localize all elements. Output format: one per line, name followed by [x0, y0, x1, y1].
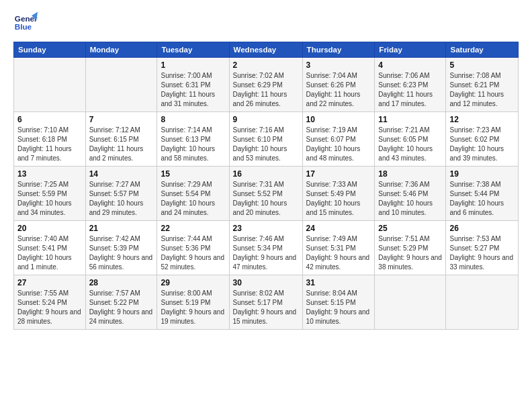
calendar-cell: 8Sunrise: 7:14 AM Sunset: 6:13 PM Daylig…	[157, 112, 229, 167]
day-info: Sunrise: 7:10 AM Sunset: 6:18 PM Dayligh…	[17, 126, 82, 163]
calendar-cell: 17Sunrise: 7:33 AM Sunset: 5:49 PM Dayli…	[302, 167, 375, 221]
day-number: 10	[306, 115, 371, 124]
day-info: Sunrise: 7:21 AM Sunset: 6:05 PM Dayligh…	[378, 126, 442, 163]
day-info: Sunrise: 7:31 AM Sunset: 5:52 PM Dayligh…	[233, 180, 299, 218]
day-info: Sunrise: 7:38 AM Sunset: 5:44 PM Dayligh…	[449, 180, 515, 218]
calendar-cell: 22Sunrise: 7:44 AM Sunset: 5:36 PM Dayli…	[157, 221, 229, 275]
calendar-cell: 29Sunrise: 8:00 AM Sunset: 5:19 PM Dayli…	[157, 275, 229, 330]
calendar-cell: 25Sunrise: 7:51 AM Sunset: 5:29 PM Dayli…	[375, 221, 446, 275]
calendar-cell: 30Sunrise: 8:02 AM Sunset: 5:17 PM Dayli…	[229, 275, 302, 330]
day-number: 30	[233, 278, 299, 287]
calendar-cell: 3Sunrise: 7:04 AM Sunset: 6:26 PM Daylig…	[302, 58, 375, 112]
day-number: 23	[233, 224, 299, 233]
day-info: Sunrise: 7:19 AM Sunset: 6:07 PM Dayligh…	[306, 126, 371, 163]
calendar-cell: 19Sunrise: 7:38 AM Sunset: 5:44 PM Dayli…	[446, 167, 519, 221]
day-number: 12	[449, 115, 515, 124]
day-info: Sunrise: 7:55 AM Sunset: 5:24 PM Dayligh…	[17, 289, 82, 326]
day-number: 20	[17, 224, 82, 233]
day-number: 11	[378, 115, 442, 124]
calendar-table: SundayMondayTuesdayWednesdayThursdayFrid…	[13, 42, 519, 330]
day-number: 31	[306, 278, 371, 287]
day-number: 29	[161, 278, 225, 287]
day-number: 27	[17, 278, 82, 287]
calendar-header-row: SundayMondayTuesdayWednesdayThursdayFrid…	[14, 42, 519, 58]
calendar-cell: 13Sunrise: 7:25 AM Sunset: 5:59 PM Dayli…	[14, 167, 86, 221]
calendar-cell: 27Sunrise: 7:55 AM Sunset: 5:24 PM Dayli…	[14, 275, 86, 330]
day-info: Sunrise: 7:14 AM Sunset: 6:13 PM Dayligh…	[161, 126, 225, 163]
day-info: Sunrise: 7:40 AM Sunset: 5:41 PM Dayligh…	[17, 234, 82, 272]
day-number: 17	[306, 169, 371, 179]
day-number: 5	[449, 60, 515, 70]
day-number: 18	[378, 169, 442, 179]
day-info: Sunrise: 7:02 AM Sunset: 6:29 PM Dayligh…	[233, 71, 299, 109]
calendar-cell: 6Sunrise: 7:10 AM Sunset: 6:18 PM Daylig…	[14, 112, 86, 167]
calendar-cell: 5Sunrise: 7:08 AM Sunset: 6:21 PM Daylig…	[446, 58, 519, 112]
calendar-cell: 28Sunrise: 7:57 AM Sunset: 5:22 PM Dayli…	[85, 275, 157, 330]
day-number: 25	[378, 224, 442, 233]
calendar-cell: 11Sunrise: 7:21 AM Sunset: 6:05 PM Dayli…	[375, 112, 446, 167]
day-number: 7	[89, 115, 154, 124]
day-number: 8	[161, 115, 225, 124]
day-info: Sunrise: 8:02 AM Sunset: 5:17 PM Dayligh…	[233, 289, 299, 326]
calendar-cell: 31Sunrise: 8:04 AM Sunset: 5:15 PM Dayli…	[302, 275, 375, 330]
calendar-cell: 20Sunrise: 7:40 AM Sunset: 5:41 PM Dayli…	[14, 221, 86, 275]
day-number: 26	[449, 224, 515, 233]
header: General Blue	[13, 11, 519, 35]
day-number: 3	[306, 60, 371, 70]
day-number: 4	[378, 60, 442, 70]
logo: General Blue	[13, 11, 38, 35]
calendar-cell	[85, 58, 157, 112]
day-number: 13	[17, 169, 82, 179]
calendar-cell: 16Sunrise: 7:31 AM Sunset: 5:52 PM Dayli…	[229, 167, 302, 221]
day-number: 19	[449, 169, 515, 179]
page: General Blue SundayMondayTuesdayWednesda…	[0, 0, 532, 411]
calendar-cell: 24Sunrise: 7:49 AM Sunset: 5:31 PM Dayli…	[302, 221, 375, 275]
calendar-cell: 18Sunrise: 7:36 AM Sunset: 5:46 PM Dayli…	[375, 167, 446, 221]
day-number: 14	[89, 169, 154, 179]
day-info: Sunrise: 7:06 AM Sunset: 6:23 PM Dayligh…	[378, 71, 442, 109]
header-saturday: Saturday	[446, 42, 519, 58]
day-number: 6	[17, 115, 82, 124]
week-row-2: 6Sunrise: 7:10 AM Sunset: 6:18 PM Daylig…	[14, 112, 519, 167]
calendar-cell: 12Sunrise: 7:23 AM Sunset: 6:02 PM Dayli…	[446, 112, 519, 167]
day-info: Sunrise: 7:16 AM Sunset: 6:10 PM Dayligh…	[233, 126, 299, 163]
calendar-cell: 21Sunrise: 7:42 AM Sunset: 5:39 PM Dayli…	[85, 221, 157, 275]
day-info: Sunrise: 7:36 AM Sunset: 5:46 PM Dayligh…	[378, 180, 442, 218]
header-wednesday: Wednesday	[229, 42, 302, 58]
day-info: Sunrise: 7:00 AM Sunset: 6:31 PM Dayligh…	[161, 71, 225, 109]
day-number: 1	[161, 60, 225, 70]
day-info: Sunrise: 7:44 AM Sunset: 5:36 PM Dayligh…	[161, 234, 225, 272]
day-number: 21	[89, 224, 154, 233]
day-info: Sunrise: 7:12 AM Sunset: 6:15 PM Dayligh…	[89, 126, 154, 163]
day-number: 24	[306, 224, 371, 233]
header-thursday: Thursday	[302, 42, 375, 58]
day-info: Sunrise: 7:49 AM Sunset: 5:31 PM Dayligh…	[306, 234, 371, 272]
calendar-cell: 15Sunrise: 7:29 AM Sunset: 5:54 PM Dayli…	[157, 167, 229, 221]
header-sunday: Sunday	[14, 42, 86, 58]
day-info: Sunrise: 8:04 AM Sunset: 5:15 PM Dayligh…	[306, 289, 371, 326]
calendar-cell: 10Sunrise: 7:19 AM Sunset: 6:07 PM Dayli…	[302, 112, 375, 167]
logo-icon: General Blue	[13, 11, 38, 35]
day-info: Sunrise: 7:57 AM Sunset: 5:22 PM Dayligh…	[89, 289, 154, 326]
day-number: 9	[233, 115, 299, 124]
day-info: Sunrise: 8:00 AM Sunset: 5:19 PM Dayligh…	[161, 289, 225, 326]
day-info: Sunrise: 7:27 AM Sunset: 5:57 PM Dayligh…	[89, 180, 154, 218]
day-info: Sunrise: 7:25 AM Sunset: 5:59 PM Dayligh…	[17, 180, 82, 218]
calendar-cell: 4Sunrise: 7:06 AM Sunset: 6:23 PM Daylig…	[375, 58, 446, 112]
day-number: 22	[161, 224, 225, 233]
header-monday: Monday	[85, 42, 157, 58]
day-info: Sunrise: 7:53 AM Sunset: 5:27 PM Dayligh…	[449, 234, 515, 272]
week-row-3: 13Sunrise: 7:25 AM Sunset: 5:59 PM Dayli…	[14, 167, 519, 221]
calendar-cell: 9Sunrise: 7:16 AM Sunset: 6:10 PM Daylig…	[229, 112, 302, 167]
calendar-cell	[14, 58, 86, 112]
day-number: 28	[89, 278, 154, 287]
day-info: Sunrise: 7:33 AM Sunset: 5:49 PM Dayligh…	[306, 180, 371, 218]
week-row-1: 1Sunrise: 7:00 AM Sunset: 6:31 PM Daylig…	[14, 58, 519, 112]
svg-text:Blue: Blue	[15, 22, 32, 31]
header-tuesday: Tuesday	[157, 42, 229, 58]
day-number: 16	[233, 169, 299, 179]
day-number: 2	[233, 60, 299, 70]
calendar-cell: 7Sunrise: 7:12 AM Sunset: 6:15 PM Daylig…	[85, 112, 157, 167]
day-info: Sunrise: 7:46 AM Sunset: 5:34 PM Dayligh…	[233, 234, 299, 272]
day-info: Sunrise: 7:51 AM Sunset: 5:29 PM Dayligh…	[378, 234, 442, 272]
